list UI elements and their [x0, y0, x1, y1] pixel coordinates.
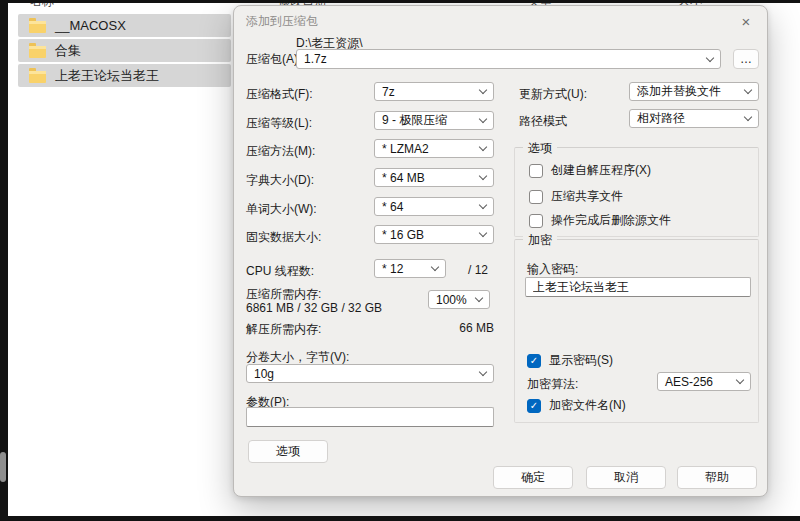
chevron-down-icon [706, 53, 714, 61]
cpu-threads-combo[interactable]: * 12 [374, 259, 446, 278]
cancel-button[interactable]: 取消 [586, 466, 666, 489]
archive-name-value: 1.7z [304, 52, 327, 66]
method-combo[interactable]: * LZMA2 [374, 139, 494, 158]
dictionary-value: * 64 MB [382, 171, 425, 185]
memory-compress-detail: 6861 MB / 32 GB / 32 GB [246, 301, 382, 315]
path-mode-value: 相对路径 [637, 110, 685, 127]
chevron-down-icon [479, 201, 487, 209]
left-scrollbar-thumb[interactable] [0, 452, 6, 482]
chevron-down-icon [479, 172, 487, 180]
password-label: 输入密码: [527, 261, 578, 278]
update-mode-label: 更新方式(U): [519, 86, 587, 103]
method-value: * LZMA2 [382, 142, 429, 156]
chevron-down-icon [479, 143, 487, 151]
encryption-group-legend: 加密 [523, 232, 557, 249]
cpu-threads-value: * 12 [382, 262, 403, 276]
update-mode-combo[interactable]: 添加并替换文件 [629, 82, 759, 101]
encryption-method-label: 加密算法: [527, 376, 578, 393]
delete-after-checkbox[interactable]: ✓ 操作完成后删除源文件 [529, 212, 671, 229]
delete-after-label: 操作完成后删除源文件 [551, 212, 671, 229]
encryption-method-combo[interactable]: AES-256 [657, 372, 751, 391]
chevron-down-icon [479, 115, 487, 123]
level-combo[interactable]: 9 - 极限压缩 [374, 111, 494, 130]
encryption-group: 加密 输入密码: ✓ 显示密码(S) 加密算法: AES-256 ✓ 加密文件名… [514, 239, 759, 423]
ok-button[interactable]: 确定 [493, 466, 573, 489]
add-to-archive-dialog: 添加到压缩包 × 压缩包(A): D:\老王资源\ 1.7z … 压缩格式(F)… [233, 5, 768, 497]
path-mode-combo[interactable]: 相对路径 [629, 109, 759, 128]
chevron-down-icon [479, 86, 487, 94]
checkbox-icon: ✓ [529, 164, 543, 178]
screen-bottom-edge [0, 516, 800, 521]
checkbox-icon: ✓ [529, 190, 543, 204]
show-password-label: 显示密码(S) [549, 352, 613, 369]
dialog-title: 添加到压缩包 [246, 13, 318, 30]
level-value: 9 - 极限压缩 [382, 112, 447, 129]
chevron-down-icon [736, 376, 744, 384]
options-group-legend: 选项 [523, 140, 557, 157]
word-size-label: 单词大小(W): [246, 201, 317, 218]
encrypt-filenames-checkbox[interactable]: ✓ 加密文件名(N) [527, 397, 626, 414]
screen-left-edge [0, 0, 8, 521]
solid-block-value: * 16 GB [382, 228, 424, 242]
cpu-threads-label: CPU 线程数: [246, 263, 314, 280]
method-label: 压缩方法(M): [246, 143, 315, 160]
memory-decompress-label: 解压所需内存: [246, 321, 321, 338]
dictionary-label: 字典大小(D): [246, 172, 314, 189]
archive-label: 压缩包(A): [246, 51, 301, 68]
encryption-method-value: AES-256 [665, 375, 713, 389]
folder-icon [29, 71, 46, 83]
memory-decompress-value: 66 MB [374, 321, 494, 335]
chevron-down-icon [479, 368, 487, 376]
solid-block-combo[interactable]: * 16 GB [374, 225, 494, 244]
word-size-combo[interactable]: * 64 [374, 197, 494, 216]
chevron-down-icon [475, 294, 483, 302]
format-label: 压缩格式(F): [246, 86, 313, 103]
folder-name: 合集 [55, 42, 81, 60]
checkbox-checked-icon: ✓ [527, 354, 541, 368]
password-input[interactable] [525, 277, 751, 297]
close-icon[interactable]: × [734, 11, 758, 32]
cpu-threads-max: / 12 [468, 263, 488, 277]
file-row[interactable]: 上老王论坛当老王 [18, 64, 231, 87]
screen-top-edge [0, 0, 800, 3]
file-row[interactable]: 合集 [18, 39, 231, 62]
chevron-down-icon [431, 263, 439, 271]
browse-button[interactable]: … [733, 49, 759, 69]
format-value: 7z [382, 85, 395, 99]
compress-shared-checkbox[interactable]: ✓ 压缩共享文件 [529, 188, 623, 205]
file-row[interactable]: __MACOSX [18, 14, 231, 37]
solid-block-label: 固实数据大小: [246, 229, 321, 246]
parameters-input[interactable] [246, 407, 494, 427]
encrypt-filenames-label: 加密文件名(N) [549, 397, 626, 414]
memory-percent-combo[interactable]: 100% [428, 290, 490, 309]
format-combo[interactable]: 7z [374, 82, 494, 101]
word-size-value: * 64 [382, 200, 403, 214]
checkbox-checked-icon: ✓ [527, 399, 541, 413]
create-sfx-checkbox[interactable]: ✓ 创建自解压程序(X) [529, 162, 651, 179]
level-label: 压缩等级(L): [246, 115, 312, 132]
options-group: 选项 ✓ 创建自解压程序(X) ✓ 压缩共享文件 ✓ 操作完成后删除源文件 [514, 147, 759, 237]
archive-name-combo[interactable]: 1.7z [296, 49, 721, 69]
update-mode-value: 添加并替换文件 [637, 83, 721, 100]
create-sfx-label: 创建自解压程序(X) [551, 162, 651, 179]
path-mode-label: 路径模式 [519, 113, 567, 130]
volume-size-value: 10g [254, 367, 274, 381]
chevron-down-icon [744, 86, 752, 94]
memory-percent-value: 100% [436, 293, 467, 307]
show-password-checkbox[interactable]: ✓ 显示密码(S) [527, 352, 613, 369]
folder-name: __MACOSX [55, 18, 126, 33]
chevron-down-icon [744, 113, 752, 121]
folder-name: 上老王论坛当老王 [55, 67, 159, 85]
chevron-down-icon [479, 229, 487, 237]
dictionary-combo[interactable]: * 64 MB [374, 168, 494, 187]
folder-icon [29, 46, 46, 58]
options-button[interactable]: 选项 [248, 440, 328, 463]
checkbox-icon: ✓ [529, 214, 543, 228]
help-button[interactable]: 帮助 [677, 466, 757, 489]
volume-size-combo[interactable]: 10g [246, 364, 494, 383]
folder-icon [29, 21, 46, 33]
compress-shared-label: 压缩共享文件 [551, 188, 623, 205]
